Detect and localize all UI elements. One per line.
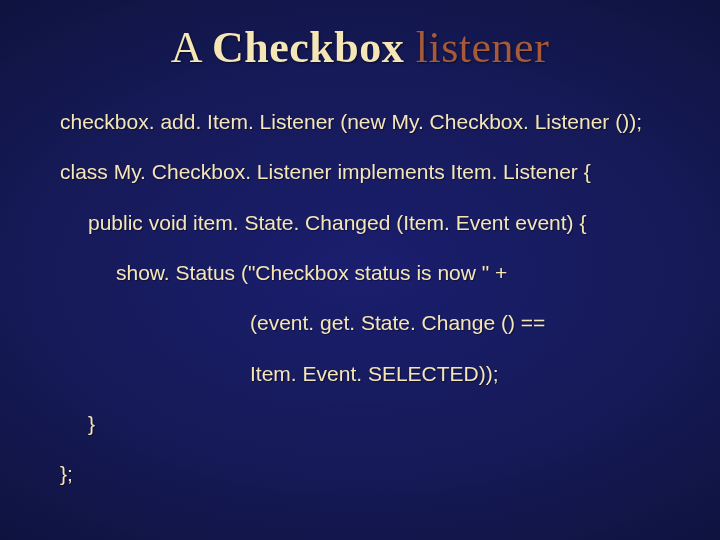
code-line-6: Item. Event. SELECTED)); [60, 360, 680, 388]
code-line-2: class My. Checkbox. Listener implements … [60, 158, 680, 186]
code-line-8: }; [60, 460, 680, 488]
code-line-5: (event. get. State. Change () == [60, 309, 680, 337]
code-line-1: checkbox. add. Item. Listener (new My. C… [60, 108, 680, 136]
slide: A Checkbox listener checkbox. add. Item.… [0, 0, 720, 540]
title-word-listener: listener [416, 23, 550, 72]
title-word-checkbox: Checkbox [212, 23, 404, 72]
slide-title: A Checkbox listener [0, 22, 720, 73]
slide-body: checkbox. add. Item. Listener (new My. C… [60, 108, 680, 511]
code-line-4: show. Status ("Checkbox status is now " … [60, 259, 680, 287]
code-line-3: public void item. State. Changed (Item. … [60, 209, 680, 237]
code-line-7: } [60, 410, 680, 438]
title-word-a: A [171, 23, 201, 72]
